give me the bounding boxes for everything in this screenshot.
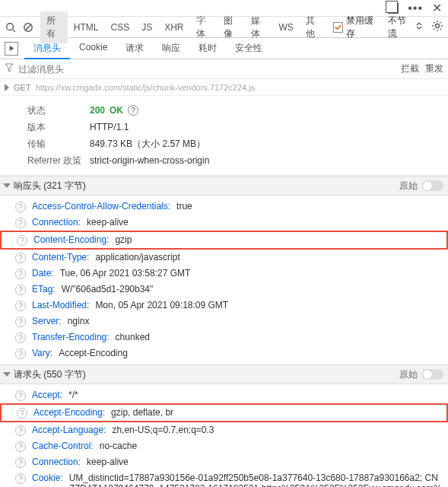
throttle-select[interactable]: 不节流 bbox=[388, 14, 424, 40]
header-value: no-cache bbox=[100, 441, 137, 451]
header-value: nginx bbox=[68, 316, 90, 326]
info-icon[interactable]: ? bbox=[15, 349, 26, 359]
info-icon[interactable]: ? bbox=[15, 473, 26, 484]
header-name: Accept: bbox=[32, 390, 62, 400]
disable-cache-checkbox[interactable]: 禁用缓存 bbox=[333, 14, 380, 40]
status-label: 状态 bbox=[27, 104, 82, 117]
header-name: Cookie: bbox=[32, 473, 63, 483]
info-icon[interactable]: ? bbox=[15, 390, 26, 401]
filter-tab-css[interactable]: CSS bbox=[104, 19, 135, 36]
header-value: Tue, 06 Apr 2021 03:58:27 GMT bbox=[60, 268, 191, 279]
request-url: https://xw.cmgadx.com/static/js/chunk-ve… bbox=[36, 83, 256, 92]
version-value: HTTP/1.1 bbox=[90, 122, 129, 132]
dock-icon[interactable] bbox=[388, 3, 399, 14]
disable-cache-label: 禁用缓存 bbox=[346, 14, 380, 40]
header-value: UM_distinctid=17887a930156e-01a92ff250b5… bbox=[69, 473, 443, 487]
header-name: Access-Control-Allow-Credentials: bbox=[32, 201, 170, 212]
header-name: Content-Encoding: bbox=[33, 234, 109, 245]
info-icon[interactable]: ? bbox=[15, 285, 26, 295]
raw-toggle[interactable] bbox=[422, 369, 443, 380]
svg-point-4 bbox=[436, 24, 440, 28]
collapse-icon[interactable] bbox=[3, 183, 11, 188]
expand-icon[interactable] bbox=[5, 84, 9, 91]
response-headers-title: 响应头 (321 字节) bbox=[14, 180, 86, 193]
header-value: W/"606ad5d1-290b34" bbox=[62, 284, 154, 294]
header-value: */* bbox=[68, 390, 78, 400]
header-row: ?Server: nginx bbox=[0, 314, 448, 329]
header-name: Date: bbox=[32, 268, 54, 279]
collapse-icon[interactable] bbox=[3, 372, 11, 377]
header-row: ?Connection: keep-alive bbox=[0, 454, 448, 470]
toggle-details-icon[interactable] bbox=[5, 42, 18, 56]
filter-tab-html[interactable]: HTML bbox=[68, 19, 105, 36]
referrer-value: strict-origin-when-cross-origin bbox=[90, 155, 209, 166]
info-icon[interactable]: ? bbox=[15, 457, 26, 468]
http-method: GET bbox=[14, 83, 31, 92]
header-value: chunked bbox=[116, 332, 150, 342]
header-name: Server: bbox=[32, 316, 62, 326]
filter-tab-ws[interactable]: WS bbox=[272, 19, 299, 36]
info-icon[interactable]: ? bbox=[15, 441, 26, 452]
header-value: gzip bbox=[115, 234, 132, 245]
header-row: ?Content-Encoding: gzip bbox=[0, 231, 448, 250]
raw-toggle[interactable] bbox=[422, 180, 443, 191]
info-icon[interactable]: ? bbox=[17, 408, 27, 419]
header-name: Cache-Control: bbox=[32, 441, 94, 451]
header-value: Accept-Encoding bbox=[59, 348, 128, 358]
header-row: ?Vary: Accept-Encoding bbox=[0, 345, 448, 361]
header-name: Accept-Language: bbox=[32, 425, 106, 435]
header-row: ?Cache-Control: no-cache bbox=[0, 438, 448, 454]
status-code: 200 bbox=[90, 105, 105, 116]
request-headers-title: 请求头 (550 字节) bbox=[14, 368, 86, 381]
close-icon[interactable]: ✕ bbox=[432, 1, 442, 15]
header-row: ?Accept-Language: zh,en-US;q=0.7,en;q=0.… bbox=[0, 422, 448, 438]
header-name: Connection: bbox=[32, 457, 81, 467]
header-row: ?Accept: */* bbox=[0, 387, 448, 403]
info-icon[interactable]: ? bbox=[128, 105, 138, 116]
block-button[interactable]: 拦截 bbox=[401, 62, 419, 75]
header-row: ?Date: Tue, 06 Apr 2021 03:58:27 GMT bbox=[0, 266, 448, 282]
info-icon[interactable]: ? bbox=[15, 253, 26, 263]
header-value: true bbox=[176, 201, 192, 212]
panel-tab[interactable]: 安全性 bbox=[226, 37, 272, 59]
header-value: Mon, 05 Apr 2021 09:18:09 GMT bbox=[95, 300, 228, 310]
panel-tab[interactable]: 消息头 bbox=[24, 37, 70, 59]
header-value: zh,en-US;q=0.7,en;q=0.3 bbox=[112, 425, 214, 435]
header-row: ?Transfer-Encoding: chunked bbox=[0, 329, 448, 345]
transfer-label: 传输 bbox=[27, 138, 82, 151]
header-name: Connection: bbox=[32, 217, 81, 228]
info-icon[interactable]: ? bbox=[15, 301, 26, 311]
info-icon[interactable]: ? bbox=[15, 317, 26, 327]
raw-label: 原始 bbox=[399, 180, 418, 193]
filter-tab-xhr[interactable]: XHR bbox=[158, 19, 189, 36]
gear-icon[interactable] bbox=[431, 20, 443, 34]
header-name: Transfer-Encoding: bbox=[32, 332, 110, 342]
search-icon[interactable] bbox=[5, 21, 16, 33]
info-icon[interactable]: ? bbox=[15, 333, 26, 343]
info-icon[interactable]: ? bbox=[15, 218, 26, 228]
panel-tab[interactable]: Cookie bbox=[70, 37, 116, 59]
clear-icon[interactable] bbox=[22, 21, 33, 33]
info-icon[interactable]: ? bbox=[17, 235, 27, 246]
header-row: ?ETag: W/"606ad5d1-290b34" bbox=[0, 282, 448, 298]
header-value: application/javascript bbox=[95, 252, 180, 263]
panel-tab[interactable]: 耗时 bbox=[189, 37, 226, 59]
more-icon[interactable]: ••• bbox=[408, 2, 423, 15]
resend-button[interactable]: 重发 bbox=[425, 62, 443, 75]
filter-tab-js[interactable]: JS bbox=[135, 19, 158, 36]
header-row: ?Connection: keep-alive bbox=[0, 215, 448, 231]
header-value: gzip, deflate, br bbox=[111, 407, 173, 418]
info-icon[interactable]: ? bbox=[15, 269, 26, 279]
svg-point-0 bbox=[6, 23, 13, 30]
panel-tab[interactable]: 响应 bbox=[153, 37, 189, 59]
header-name: ETag: bbox=[32, 284, 56, 294]
filter-headers-input[interactable] bbox=[18, 64, 396, 75]
info-icon[interactable]: ? bbox=[15, 425, 26, 436]
panel-tab[interactable]: 请求 bbox=[116, 37, 153, 59]
header-row: ?Accept-Encoding: gzip, deflate, br bbox=[0, 403, 448, 422]
filter-tab-其他[interactable]: 其他 bbox=[300, 11, 327, 43]
header-name: Accept-Encoding: bbox=[33, 407, 105, 418]
header-row: ?Cookie: UM_distinctid=17887a930156e-01a… bbox=[0, 470, 448, 487]
status-text: OK bbox=[110, 105, 123, 116]
info-icon[interactable]: ? bbox=[15, 202, 26, 212]
